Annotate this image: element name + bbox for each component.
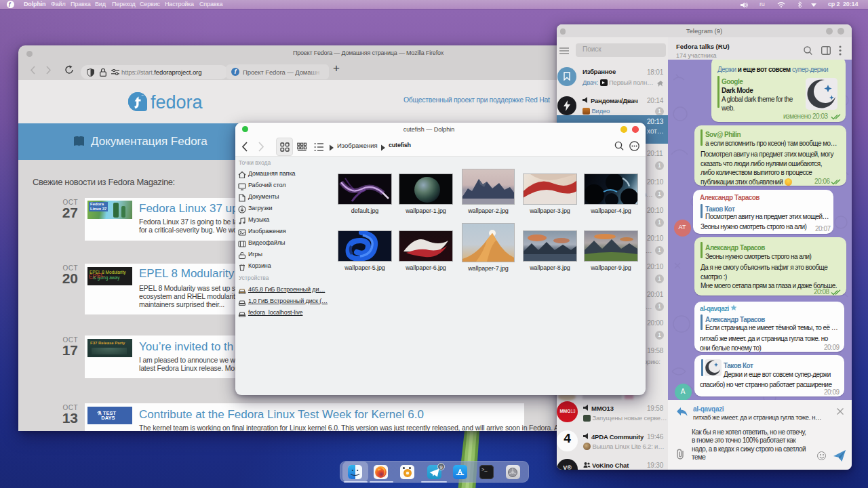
svg-text:fedora: fedora — [151, 92, 203, 113]
